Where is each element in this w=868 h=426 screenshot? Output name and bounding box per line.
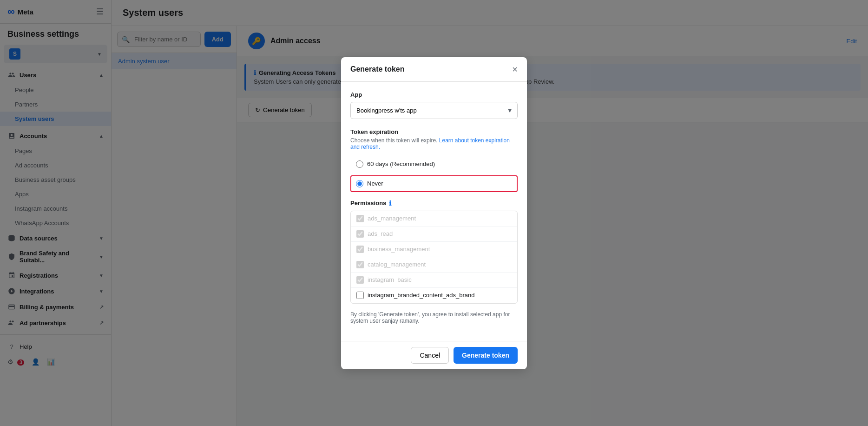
perm-instagram_branded_content_brand: instagram_branded_content_brand (351, 303, 517, 304)
perm-ads_management: ads_management (351, 211, 517, 226)
radio-never-label: Never (367, 180, 383, 187)
radio-60days[interactable]: 60 days (Recommended) (350, 156, 518, 173)
perm-ads_read-checkbox[interactable] (356, 230, 364, 238)
perm-business_management-checkbox[interactable] (356, 246, 364, 253)
perm-instagram_basic-checkbox[interactable] (356, 276, 364, 284)
perm-instagram_basic: instagram_basic (351, 273, 517, 288)
consent-text: By clicking 'Generate token', you agree … (350, 311, 518, 324)
perm-ads_read: ads_read (351, 226, 517, 242)
modal-body: App Bookingpress w'ts app ▼ Token expira… (341, 82, 527, 341)
modal-header: Generate token × (341, 57, 527, 82)
app-label: App (350, 91, 518, 98)
radio-60days-label: 60 days (Recommended) (367, 160, 435, 167)
modal-close-button[interactable]: × (512, 65, 518, 74)
perm-instagram_branded_content_ads_brand-checkbox[interactable] (356, 292, 364, 299)
perm-catalog_management-checkbox[interactable] (356, 261, 364, 268)
cancel-button[interactable]: Cancel (411, 347, 449, 364)
token-expiration-sub: Choose when this token will expire. Lear… (350, 137, 518, 150)
perm-instagram_branded_content_ads_brand: instagram_branded_content_ads_brand (351, 288, 517, 303)
permissions-label: Permissions ℹ (350, 200, 518, 207)
token-expiration-label: Token expiration (350, 128, 518, 135)
app-select[interactable]: Bookingpress w'ts app (350, 102, 518, 119)
perm-business_management: business_management (351, 242, 517, 257)
modal-overlay: Generate token × App Bookingpress w'ts a… (0, 0, 868, 426)
generate-token-button[interactable]: Generate token (454, 347, 518, 364)
radio-never[interactable]: Never (350, 175, 518, 192)
app-select-wrap: Bookingpress w'ts app ▼ (350, 102, 518, 119)
permissions-info-icon[interactable]: ℹ (389, 200, 391, 207)
perm-catalog_management: catalog_management (351, 257, 517, 273)
radio-60days-input[interactable] (356, 160, 363, 168)
radio-never-input[interactable] (356, 180, 363, 187)
generate-token-modal: Generate token × App Bookingpress w'ts a… (341, 57, 527, 369)
modal-title: Generate token (350, 65, 404, 73)
permissions-list: ads_management ads_read business_managem… (350, 211, 518, 304)
modal-footer: Cancel Generate token (341, 341, 527, 369)
perm-ads_management-checkbox[interactable] (356, 215, 364, 222)
